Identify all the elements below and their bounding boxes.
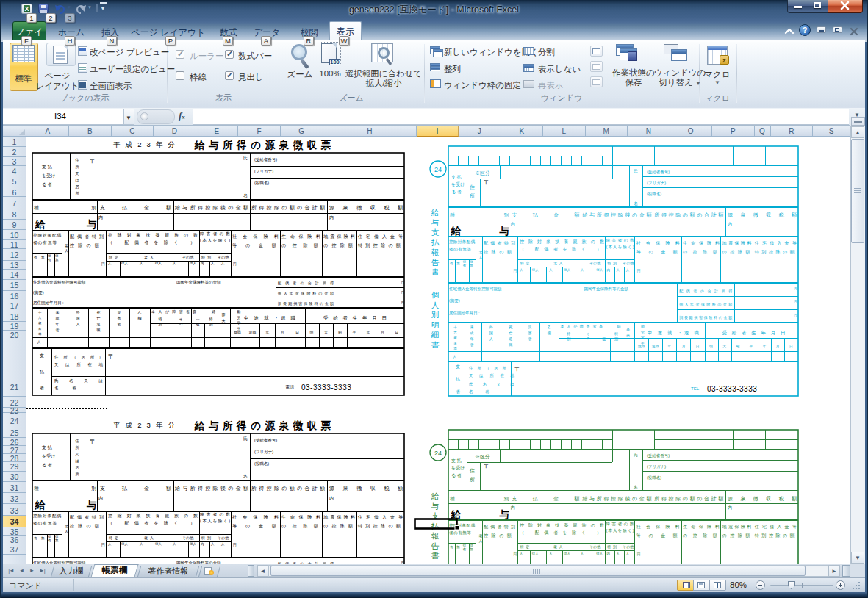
svg-text:の控除額: の控除額 [683,533,717,538]
svg-text:内: 内 [201,542,204,546]
svg-text:03-3333-3333: 03-3333-3333 [707,385,757,393]
svg-text:名: 名 [243,474,248,479]
svg-text:書: 書 [431,267,440,276]
svg-text:控除対象扶養親族の数: 控除対象扶養親族の数 [108,232,198,238]
svg-text:人: 人 [549,552,553,555]
svg-text:中 途 就 ・退 職: 中 途 就 ・退 職 [648,330,700,335]
svg-text:の控除額: の控除額 [722,533,750,538]
svg-text:種: 種 [34,486,39,491]
svg-text:給与所得控除後の金額: 給与所得控除後の金額 [581,212,651,218]
svg-text:特: 特 [201,536,205,541]
svg-text:未: 未 [38,327,42,331]
svg-text:住 所 （ 居 所 ）: 住 所 （ 居 所 ） [469,366,514,370]
svg-text:控除対象配偶: 控除対象配偶 [449,239,476,245]
svg-text:氏 名 又 は: 氏 名 又 は [54,378,103,383]
svg-text:歳: 歳 [38,321,42,325]
svg-text:従人: 従人 [564,552,571,555]
svg-text:所得控除の額の合計額: 所得控除の額の合計額 [251,205,325,211]
svg-text:平: 平 [353,330,356,334]
svg-text:受 給 者 生 年 月 日: 受 給 者 生 年 月 日 [722,330,786,336]
svg-text:る 者: る 者 [451,190,462,195]
svg-text:学: 学 [237,321,241,325]
svg-text:日: 日 [696,345,700,348]
svg-text:住宅借入金等: 住宅借入金等 [755,524,797,530]
svg-text:者の有無等: 者の有無等 [33,521,57,525]
svg-text:年: 年 [470,336,473,341]
svg-text:（ 配偶者を除く ）: （ 配偶者を除く ） [108,520,195,526]
svg-text:無: 無 [41,256,45,259]
svg-text:特: 特 [109,536,112,541]
svg-text:地震保険料: 地震保険料 [722,240,752,245]
svg-text:老: 老 [553,261,557,265]
svg-text:を受け: を受け [42,173,55,179]
svg-text:源 泉 徴 収 税 額: 源 泉 徴 収 税 額 [329,486,403,491]
svg-text:十: 十 [38,311,42,314]
svg-text:有: 有 [463,264,467,267]
svg-text:給与所得控除後の金額: 給与所得控除後の金額 [581,496,651,502]
svg-text:日: 日 [295,331,299,334]
svg-text:控除の額: 控除の額 [70,242,99,248]
svg-text:害: 害 [528,331,532,335]
svg-text:老: 老 [553,544,557,549]
svg-text:の控除額: の控除額 [281,242,318,248]
svg-text:控除対象扶養親族の数: 控除対象扶養親族の数 [520,522,604,528]
svg-text:有: 有 [463,547,467,551]
svg-text:労: 労 [237,316,241,320]
svg-text:源 泉 徴 収 税 額: 源 泉 徴 収 税 額 [329,205,403,211]
svg-text:定: 定 [526,261,529,266]
svg-text:人: 人 [108,262,112,265]
svg-text:住: 住 [470,184,475,190]
svg-text:般: 般 [196,322,200,327]
svg-text:住宅借入金等特別控除可能額: 住宅借入金等特別控除可能額 [33,280,86,285]
svg-text:有: 有 [450,545,453,549]
svg-text:氏: 氏 [634,453,638,457]
svg-text:人: 人 [617,552,620,555]
svg-text:未: 未 [56,310,60,314]
svg-text:従人: 従人 [532,552,539,555]
svg-text:円: 円 [101,543,105,547]
svg-text:人: 人 [626,552,630,555]
svg-text:夫: 夫 [626,333,630,337]
svg-text:内: 内 [606,552,610,555]
svg-text:社 会 保 険 料: 社 会 保 険 料 [232,234,279,239]
svg-text:(本人を除く): (本人を除く) [606,528,634,533]
svg-text:人: 人 [221,542,225,546]
svg-text:支: 支 [431,228,440,237]
svg-text:平: 平 [750,344,753,348]
svg-text:障害者の数: 障害者の数 [606,238,634,243]
svg-text:欄: 欄 [547,331,551,335]
svg-text:源 泉 徴 収 税 額: 源 泉 徴 収 税 額 [728,212,797,218]
svg-text:月: 月 [381,331,384,335]
svg-text:人: 人 [626,268,630,272]
svg-text:平 成 2 3 年 分: 平 成 2 3 年 分 [113,421,175,429]
svg-text:本人が障害者: 本人が障害者 [560,324,596,328]
svg-text:住宅借入金等: 住宅借入金等 [358,514,403,520]
svg-text:〒: 〒 [484,179,490,186]
svg-text:円: 円 [401,290,404,294]
svg-text:等 の 金 額: 等 の 金 額 [232,242,276,248]
svg-text:金: 金 [553,496,559,501]
svg-text:その他: その他 [218,255,229,260]
svg-text:住: 住 [75,158,79,162]
svg-text:そ: そ [179,317,183,321]
svg-text:(フリガナ): (フリガナ) [647,181,666,185]
svg-text:氏: 氏 [634,169,638,173]
svg-text:国: 国 [489,331,493,336]
svg-text:その他: その他 [589,544,600,550]
svg-text:害: 害 [118,316,121,320]
svg-text:老: 老 [478,533,482,538]
svg-text:控除の額: 控除の額 [484,249,512,255]
svg-text:24: 24 [434,450,442,457]
svg-text:外: 外 [489,325,493,329]
svg-text:乙: 乙 [548,325,551,329]
svg-text:居: 居 [75,184,79,189]
svg-text:金: 金 [144,486,149,491]
svg-text:電話: 電話 [285,384,294,390]
svg-text:者の有無等: 者の有無等 [449,530,472,535]
svg-text:別: 別 [503,496,509,502]
svg-text:内: 内 [511,505,515,510]
svg-text:就職: 就職 [234,331,241,334]
svg-text:人: 人 [65,529,68,533]
svg-text:特: 特 [159,317,162,322]
svg-text:円: 円 [794,287,797,290]
